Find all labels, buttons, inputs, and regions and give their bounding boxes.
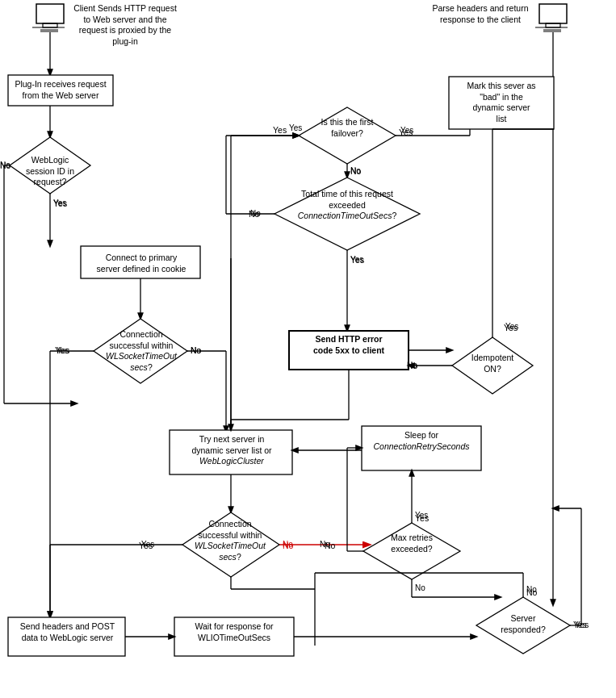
no-label-maxretries: No <box>325 541 335 552</box>
yes-label-maxretries: Yes <box>415 513 429 525</box>
total-time-label: Total time of this requestexceededConnec… <box>279 189 416 222</box>
svg-rect-0 <box>36 4 64 23</box>
yes-label-server: Yes <box>575 620 589 631</box>
yes-label-idempotent: Yes <box>504 323 518 334</box>
server-responded-label: Serverresponded? <box>484 613 562 635</box>
no-label-failover: No <box>350 166 361 178</box>
try-next-server-label: Try next server indynamic server list or… <box>172 434 291 467</box>
send-http-error-label: Send HTTP errorcode 5xx to client <box>291 334 407 356</box>
plugin-receives-label: Plug-In receives requestfrom the Web ser… <box>10 79 111 101</box>
send-headers-label: Send headers and POSTdata to WebLogic se… <box>10 621 124 643</box>
yes-label-weblogic: Yes <box>53 199 67 210</box>
connect-primary-label: Connect to primaryserver defined in cook… <box>83 253 199 274</box>
idempotent-label: IdempotentON? <box>460 353 525 374</box>
svg-rect-5 <box>539 4 567 23</box>
wait-response-label: Wait for response forWLIOTimeOutSecs <box>178 621 291 643</box>
yes-label-totaltime: Yes <box>350 255 364 266</box>
flowchart-diagram: Yes No Yes No Yes Yes No No Yes <box>0 0 616 698</box>
no-label-idempotent: No <box>407 361 417 372</box>
max-retries-label: Max retriesexceeded? <box>371 533 452 554</box>
svg-text:Yes: Yes <box>289 123 302 132</box>
connection-success1-label: Connectionsuccessful withinWLSocketTimeO… <box>89 329 194 374</box>
yes-label-conn1: Yes <box>55 345 69 357</box>
yes-label-conn2: Yes <box>139 541 153 552</box>
no-label-weblogic: No <box>0 161 10 172</box>
no-label-totaltime: No <box>249 209 259 220</box>
client-label: Client Sends HTTP requestto Web server a… <box>73 3 178 48</box>
yes-label-failover: Yes <box>273 125 287 136</box>
parse-headers-label: Parse headers and returnresponse to the … <box>428 3 533 25</box>
mark-bad-label: Mark this sever as"bad" in thedynamic se… <box>450 81 552 125</box>
no-label-server: No <box>526 587 537 599</box>
weblogic-session-label: WebLogicsession ID inrequest? <box>16 155 84 188</box>
no-label-conn2-red: No <box>283 541 293 552</box>
no-label-conn1: No <box>191 345 201 357</box>
connection-success2-label: Connectionsuccessful withinWLSocketTimeO… <box>178 519 283 563</box>
sleep-label: Sleep forConnectionRetrySeconds <box>365 430 478 452</box>
first-failover-label: Is this the firstfailover? <box>307 117 388 139</box>
svg-text:No: No <box>415 583 425 592</box>
yes-label-failover-right: Yes <box>399 127 413 139</box>
